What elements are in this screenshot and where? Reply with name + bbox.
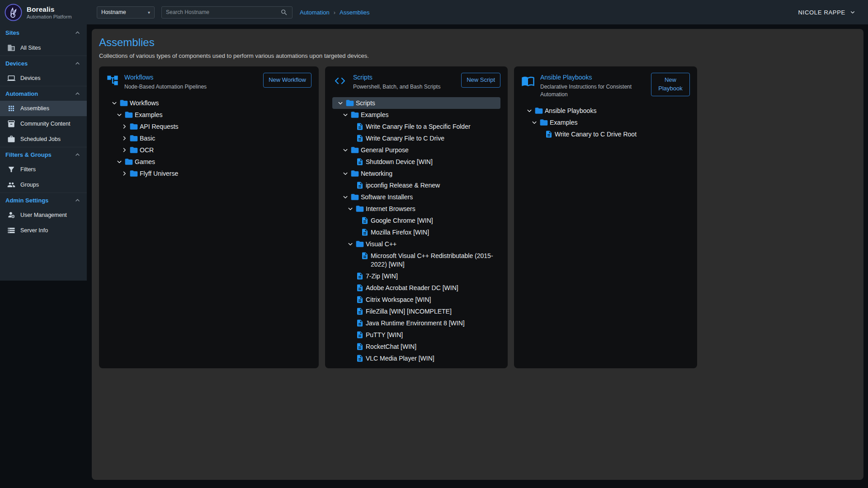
sidebar-item-server-info[interactable]: Server Info [0,223,87,238]
tree-folder-row[interactable]: Software Installers [332,191,500,203]
tree-folder-row[interactable]: Games [106,156,311,168]
chevron-up-icon[interactable] [74,60,81,67]
chevron-down-icon[interactable] [346,240,355,248]
chevron-down-icon[interactable] [336,99,345,107]
new-script-button[interactable]: New Script [461,73,500,88]
breadcrumb-automation[interactable]: Automation [300,9,330,16]
folder-icon [539,118,550,127]
tree-node-label: Google Chrome [WIN] [371,216,500,225]
chevron-down-icon[interactable] [341,169,350,178]
search-box[interactable] [161,6,292,19]
tree-file-row[interactable]: Adobe Acrobat Reader DC [WIN] [332,282,500,294]
tree-folder-row[interactable]: Flyff Universe [106,168,311,179]
brand: Borealis Automation Platform [5,4,87,21]
chevron-up-icon[interactable] [74,29,81,37]
tree-folder-row[interactable]: Basic [106,132,311,144]
tree-file-row[interactable]: Google Chrome [WIN] [332,215,500,226]
scripts-card: Scripts Powershell, Batch, and Bash Scri… [325,66,508,368]
chevron-down-icon[interactable] [341,146,350,154]
search-input[interactable] [166,9,280,15]
chevron-right-icon[interactable] [120,122,129,131]
tree-folder-row[interactable]: OCR [106,144,311,156]
sidebar-item-assemblies[interactable]: Assemblies [0,101,87,116]
sidebar-item-filters[interactable]: Filters [0,162,87,177]
tree-folder-row[interactable]: Scripts [332,97,500,109]
file-icon [355,319,366,327]
folder-icon [350,169,361,178]
sidebar-section-automation[interactable]: Automation [0,86,87,101]
chevron-down-icon[interactable] [110,99,119,107]
card-title: Ansible Playbooks [540,74,646,81]
folder-icon [345,99,356,108]
tree-node-label: API Requests [140,122,311,131]
tree-file-row[interactable]: RocketChat [WIN] [332,341,500,352]
tree-file-row[interactable]: Shutdown Device [WIN] [332,156,500,168]
tree-folder-row[interactable]: Examples [106,109,311,121]
sidebar-section-filters-groups[interactable]: Filters & Groups [0,147,87,162]
file-icon [360,228,371,236]
chevron-down-icon[interactable] [115,111,124,119]
tree-file-row[interactable]: FileZilla [WIN] [INCOMPLETE] [332,305,500,317]
chevron-up-icon[interactable] [74,197,81,204]
tree-folder-row[interactable]: Networking [332,168,500,179]
tree-folder-row[interactable]: Examples [332,109,500,121]
sidebar-item-scheduled-jobs[interactable]: Scheduled Jobs [0,131,87,147]
tree-file-row[interactable]: ipconfig Release & Renew [332,179,500,191]
sidebar-section-label: Admin Settings [5,197,48,204]
top-bar: Borealis Automation Platform Hostname ▾ … [0,0,868,24]
tree-file-row[interactable]: PuTTY [WIN] [332,329,500,341]
tree-node-label: Games [135,157,311,167]
sidebar-section-admin-settings[interactable]: Admin Settings [0,192,87,207]
tree-folder-row[interactable]: Ansible Playbooks [521,105,690,117]
sidebar-item-groups[interactable]: Groups [0,177,87,192]
file-icon [355,354,366,362]
sidebar-section-sites[interactable]: Sites [0,25,87,40]
chevron-down-icon[interactable] [525,107,534,115]
tree-node-label: Citrix Workspace [WIN] [366,295,500,305]
tree-file-row[interactable]: VLC Media Player [WIN] [332,352,500,364]
tree-folder-row[interactable]: Workflows [106,97,311,109]
chevron-right-icon[interactable] [120,146,129,154]
tree-folder-row[interactable]: Visual C++ [332,238,500,250]
tree-node-label: Scripts [356,98,500,108]
new-playbook-button[interactable]: New Playbook [651,73,690,96]
server-icon [7,226,15,235]
folder-icon [350,192,361,202]
tree-file-row[interactable]: Java Runtime Environment 8 [WIN] [332,317,500,329]
chevron-down-icon[interactable] [115,158,124,166]
new-workflow-button[interactable]: New Workflow [263,73,311,88]
tree-file-row[interactable]: Microsoft Visual C++ Redistributable (20… [332,250,500,270]
tree-folder-row[interactable]: API Requests [106,121,311,132]
tree-file-row[interactable]: 7-Zip [WIN] [332,270,500,282]
sidebar-item-all-sites[interactable]: All Sites [0,40,87,56]
chevron-down-icon[interactable] [341,193,350,201]
tree-folder-row[interactable]: Examples [521,117,690,128]
chevron-right-icon[interactable] [120,169,129,178]
tree-file-row[interactable]: Mozilla Firefox [WIN] [332,226,500,238]
tree-file-row[interactable]: Write Canary File to a Specific Folder [332,121,500,132]
breadcrumb-assemblies[interactable]: Assemblies [340,9,369,16]
sidebar-item-devices[interactable]: Devices [0,70,87,86]
tree-file-row[interactable]: Write Canary to C Drive Root [521,128,690,140]
chevron-down-icon[interactable] [346,205,355,213]
tree-folder-row[interactable]: General Purpose [332,144,500,156]
tree-node-label: RocketChat [WIN] [366,342,500,352]
tree-node-label: FileZilla [WIN] [INCOMPLETE] [366,306,500,316]
sidebar-item-community-content[interactable]: Community Content [0,116,87,131]
chevron-up-icon[interactable] [74,90,81,98]
user-menu[interactable]: NICOLE RAPPE [798,9,857,16]
sidebar-item-user-management[interactable]: User Management [0,207,87,223]
tree-file-row[interactable]: Citrix Workspace [WIN] [332,294,500,305]
chevron-down-icon[interactable] [341,111,350,119]
chevron-right-icon[interactable] [120,134,129,142]
grid-icon [7,104,15,113]
workflows-card-header: Workflows Node-Based Automation Pipeline… [106,73,311,91]
tree-file-row[interactable]: Write Canary File to C Drive [332,132,500,144]
sidebar: SitesAll SitesDevicesDevicesAutomationAs… [0,24,87,281]
hostname-select[interactable]: Hostname ▾ [97,6,155,19]
tree-folder-row[interactable]: Internet Browsers [332,203,500,215]
sidebar-section-label: Automation [5,90,38,97]
chevron-down-icon[interactable] [530,118,539,127]
sidebar-section-devices[interactable]: Devices [0,56,87,70]
chevron-up-icon[interactable] [74,151,81,159]
